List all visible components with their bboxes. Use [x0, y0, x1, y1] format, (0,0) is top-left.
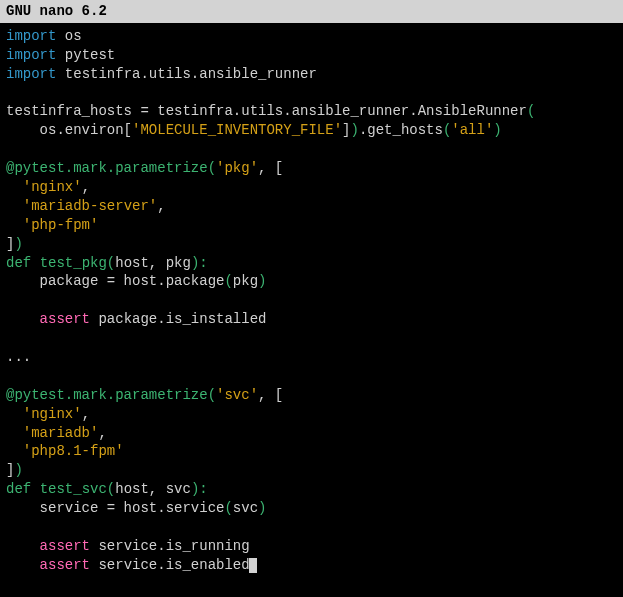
comma: , — [157, 198, 165, 214]
decorator: @pytest.mark.parametrize — [6, 160, 208, 176]
titlebar: GNU nano 6.2 — [0, 0, 623, 23]
paren: ( — [224, 500, 232, 516]
code-text: pkg — [233, 273, 258, 289]
paren: ) — [258, 273, 266, 289]
code-text: testinfra_hosts = testinfra.utils.ansibl… — [6, 103, 527, 119]
string-literal: 'pkg' — [216, 160, 258, 176]
keyword-import: import — [6, 47, 56, 63]
params: host, pkg — [115, 255, 191, 271]
indent — [6, 217, 23, 233]
string-literal: 'svc' — [216, 387, 258, 403]
module-name: os — [56, 28, 81, 44]
code-text: os.environ[ — [6, 122, 132, 138]
keyword-assert: assert — [40, 311, 90, 327]
ellipsis: ... — [6, 349, 31, 365]
paren: ( — [527, 103, 535, 119]
code-text: service.is_running — [90, 538, 250, 554]
indent — [6, 538, 40, 554]
paren: ) — [493, 122, 501, 138]
indent — [6, 557, 40, 573]
code-text: .get_hosts — [359, 122, 443, 138]
indent — [6, 425, 23, 441]
comma: , — [82, 179, 90, 195]
space — [31, 255, 39, 271]
keyword-import: import — [6, 28, 56, 44]
paren: ( — [107, 481, 115, 497]
keyword-import: import — [6, 66, 56, 82]
module-name: testinfra.utils.ansible_runner — [56, 66, 316, 82]
code-text: , [ — [258, 160, 283, 176]
code-text: svc — [233, 500, 258, 516]
paren: ): — [191, 481, 208, 497]
function-name: test_svc — [40, 481, 107, 497]
string-literal: 'php8.1-fpm' — [23, 443, 124, 459]
indent — [6, 179, 23, 195]
code-text: service = host.service — [6, 500, 224, 516]
paren: ) — [350, 122, 358, 138]
module-name: pytest — [56, 47, 115, 63]
paren: ( — [224, 273, 232, 289]
keyword-assert: assert — [40, 538, 90, 554]
code-text: package.is_installed — [90, 311, 266, 327]
string-literal: 'all' — [451, 122, 493, 138]
paren: ) — [258, 500, 266, 516]
string-literal: 'mariadb' — [23, 425, 99, 441]
paren: ): — [191, 255, 208, 271]
space — [31, 481, 39, 497]
comma: , — [82, 406, 90, 422]
app-title: GNU nano 6.2 — [6, 2, 107, 21]
string-literal: 'MOLECULE_INVENTORY_FILE' — [132, 122, 342, 138]
decorator: @pytest.mark.parametrize — [6, 387, 208, 403]
keyword-def: def — [6, 481, 31, 497]
paren: ( — [208, 387, 216, 403]
editor-area[interactable]: import os import pytest import testinfra… — [0, 23, 623, 579]
string-literal: 'nginx' — [23, 179, 82, 195]
paren: ( — [107, 255, 115, 271]
paren: ( — [208, 160, 216, 176]
code-text: service.is_enabled — [90, 557, 250, 573]
comma: , — [98, 425, 106, 441]
code-text: package = host.package — [6, 273, 224, 289]
string-literal: 'php-fpm' — [23, 217, 99, 233]
function-name: test_pkg — [40, 255, 107, 271]
code-text: , [ — [258, 387, 283, 403]
keyword-def: def — [6, 255, 31, 271]
indent — [6, 198, 23, 214]
cursor — [249, 558, 257, 573]
params: host, svc — [115, 481, 191, 497]
indent — [6, 311, 40, 327]
string-literal: 'nginx' — [23, 406, 82, 422]
paren: ) — [14, 236, 22, 252]
keyword-assert: assert — [40, 557, 90, 573]
string-literal: 'mariadb-server' — [23, 198, 157, 214]
indent — [6, 406, 23, 422]
indent — [6, 443, 23, 459]
paren: ) — [14, 462, 22, 478]
